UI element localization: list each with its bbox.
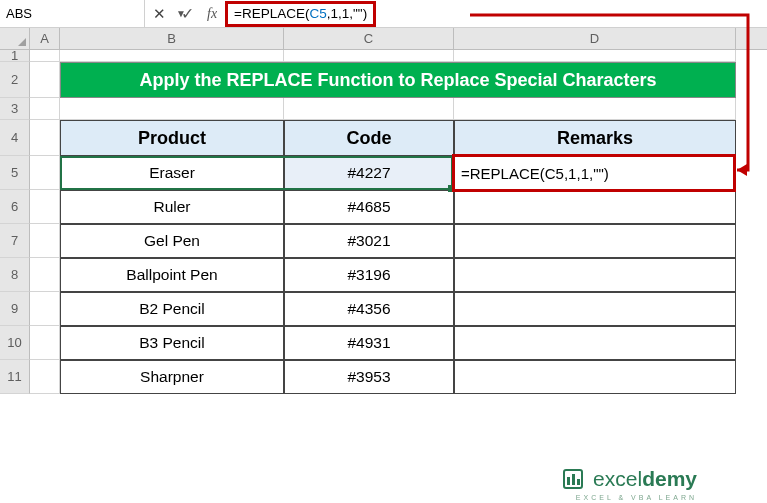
cell-a2[interactable]: [30, 62, 60, 98]
cell-d10[interactable]: [454, 326, 736, 360]
formula-fn: REPLACE: [242, 6, 305, 21]
cell-c1[interactable]: [284, 50, 454, 62]
header-code[interactable]: Code: [284, 120, 454, 156]
cell-c10[interactable]: #4931: [284, 326, 454, 360]
row-header-9[interactable]: 9: [0, 292, 30, 326]
cell-c3[interactable]: [284, 98, 454, 120]
enter-icon[interactable]: ✓: [173, 2, 201, 26]
cell-b6[interactable]: Ruler: [60, 190, 284, 224]
row-header-8[interactable]: 8: [0, 258, 30, 292]
row-header-3[interactable]: 3: [0, 98, 30, 120]
svg-rect-2: [567, 477, 570, 485]
header-product[interactable]: Product: [60, 120, 284, 156]
logo-icon: [561, 467, 585, 491]
formula-bar-buttons: ✕ ✓ fx: [145, 2, 223, 26]
cell-a7[interactable]: [30, 224, 60, 258]
column-header-a[interactable]: A: [30, 28, 60, 49]
formula-bar-row: ▼ ✕ ✓ fx =REPLACE(C5,1,1,""): [0, 0, 767, 28]
exceldemy-logo: exceldemy: [561, 467, 697, 491]
formula-equals: =: [234, 6, 242, 21]
cell-a9[interactable]: [30, 292, 60, 326]
cell-b9[interactable]: B2 Pencil: [60, 292, 284, 326]
fx-icon[interactable]: fx: [201, 6, 223, 22]
cell-b1[interactable]: [60, 50, 284, 62]
cell-c7[interactable]: #3021: [284, 224, 454, 258]
row-header-6[interactable]: 6: [0, 190, 30, 224]
cell-a6[interactable]: [30, 190, 60, 224]
logo-subtitle: EXCEL & VBA LEARN: [576, 494, 697, 501]
formula-ref: C5: [310, 6, 327, 21]
formula-bar-input[interactable]: =REPLACE(C5,1,1,""): [223, 2, 767, 26]
cell-a1[interactable]: [30, 50, 60, 62]
cell-d5[interactable]: =REPLACE(C5,1,1,""): [454, 156, 736, 190]
cell-a4[interactable]: [30, 120, 60, 156]
cell-a11[interactable]: [30, 360, 60, 394]
cell-b5[interactable]: Eraser: [60, 156, 284, 190]
row-header-10[interactable]: 10: [0, 326, 30, 360]
worksheet-grid: 1 2 Apply the REPLACE Function to Replac…: [0, 50, 767, 394]
column-header-b[interactable]: B: [60, 28, 284, 49]
formula-rest: ,1,1,""): [327, 6, 367, 21]
cell-d7[interactable]: [454, 224, 736, 258]
cell-c6[interactable]: #4685: [284, 190, 454, 224]
cell-d3[interactable]: [454, 98, 736, 120]
row-header-2[interactable]: 2: [0, 62, 30, 98]
column-header-d[interactable]: D: [454, 28, 736, 49]
cell-d6[interactable]: [454, 190, 736, 224]
row-header-1[interactable]: 1: [0, 50, 30, 62]
cancel-icon[interactable]: ✕: [145, 2, 173, 26]
svg-rect-3: [572, 474, 575, 485]
cell-b11[interactable]: Sharpner: [60, 360, 284, 394]
row-header-4[interactable]: 4: [0, 120, 30, 156]
column-header-c[interactable]: C: [284, 28, 454, 49]
cell-a3[interactable]: [30, 98, 60, 120]
logo-text: exceldemy: [593, 467, 697, 491]
select-all-corner[interactable]: [0, 28, 30, 49]
cell-a5[interactable]: [30, 156, 60, 190]
cell-b7[interactable]: Gel Pen: [60, 224, 284, 258]
cell-c5[interactable]: #4227: [284, 156, 454, 190]
cell-c11[interactable]: #3953: [284, 360, 454, 394]
row-header-7[interactable]: 7: [0, 224, 30, 258]
cell-b3[interactable]: [60, 98, 284, 120]
cell-c9[interactable]: #4356: [284, 292, 454, 326]
cell-d1[interactable]: [454, 50, 736, 62]
row-header-11[interactable]: 11: [0, 360, 30, 394]
header-remarks[interactable]: Remarks: [454, 120, 736, 156]
cell-d9[interactable]: [454, 292, 736, 326]
column-header-row: A B C D: [0, 28, 767, 50]
name-box-container[interactable]: ▼: [0, 0, 145, 27]
cell-a10[interactable]: [30, 326, 60, 360]
formula-bar-highlight: =REPLACE(C5,1,1,""): [225, 1, 376, 27]
svg-rect-4: [577, 479, 580, 485]
cell-b8[interactable]: Ballpoint Pen: [60, 258, 284, 292]
cell-c8[interactable]: #3196: [284, 258, 454, 292]
cell-a8[interactable]: [30, 258, 60, 292]
cell-d11[interactable]: [454, 360, 736, 394]
row-header-5[interactable]: 5: [0, 156, 30, 190]
cell-d8[interactable]: [454, 258, 736, 292]
cell-b10[interactable]: B3 Pencil: [60, 326, 284, 360]
title-banner[interactable]: Apply the REPLACE Function to Replace Sp…: [60, 62, 736, 98]
